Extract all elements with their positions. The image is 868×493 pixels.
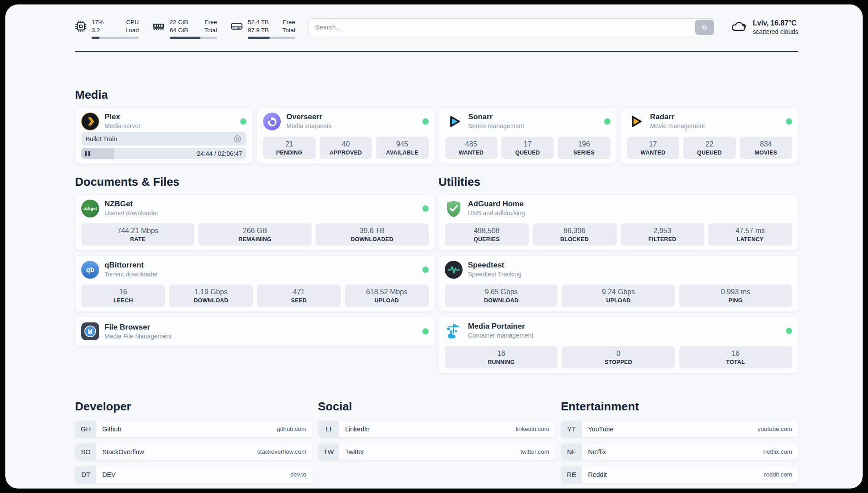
cpu-label-top: CPU (126, 18, 139, 26)
app-card-sonarr[interactable]: Sonarr Series management 485WANTED 17QUE… (439, 107, 617, 164)
bookmark-youtube[interactable]: YT YouTube youtube.com (561, 421, 798, 437)
adguard-icon (445, 200, 463, 217)
app-card-filebrowser[interactable]: File Browser Media File Management (75, 317, 435, 346)
bookmark-url: twitter.com (520, 448, 555, 455)
stat-filtered: 2,953FILTERED (621, 223, 705, 246)
app-name: Overseerr (286, 112, 331, 122)
app-name: Media Portainer (468, 322, 533, 331)
bookmark-abbr: TW (318, 443, 339, 460)
stat-remaining: 266 GBREMAINING (198, 223, 311, 246)
storage-label-bottom: Total (282, 26, 295, 34)
search-bar: G (309, 18, 715, 36)
app-card-qbittorrent[interactable]: qb qBittorrent Torrent downloader 16LEEC… (75, 255, 435, 312)
app-desc: Media server (104, 122, 141, 130)
ram-icon (152, 21, 165, 34)
portainer-icon (445, 322, 463, 340)
bookmark-abbr: GH (75, 421, 96, 437)
status-online-dot (240, 118, 246, 125)
bookmark-stackoverflow[interactable]: SO StackOverflow stackoverflow.com (75, 443, 313, 460)
stat-series: 196SERIES (558, 137, 610, 159)
radarr-icon (627, 113, 645, 130)
cpu-icon (75, 21, 87, 34)
bookmark-github[interactable]: GH Github github.com (75, 421, 313, 437)
pause-icon[interactable] (85, 151, 90, 156)
bookmark-name: Reddit (588, 471, 607, 478)
status-online-dot (422, 205, 429, 212)
disk-icon (230, 21, 243, 34)
bookmark-twitter[interactable]: TW Twitter twitter.com (318, 443, 555, 460)
stat-download: 9.65 GbpsDOWNLOAD (445, 284, 558, 307)
stat-rate: 744.21 MbpsRATE (81, 223, 194, 246)
bookmark-reddit[interactable]: RE Reddit reddit.com (561, 466, 798, 483)
app-desc: DNS and adblocking (468, 209, 525, 217)
cpu-progress-bar (92, 37, 139, 39)
stat-running: 16RUNNING (445, 346, 558, 368)
stat-pending: 21PENDING (263, 137, 315, 159)
memory-free: 22 GiB (170, 18, 188, 26)
app-card-radarr[interactable]: Radarr Movie management 17WANTED 22QUEUE… (621, 107, 798, 164)
bookmark-url: linkedin.com (516, 426, 555, 432)
section-title-utilities: Utilities (438, 175, 798, 188)
storage-stat: 52.4 TBFree 97.9 TBTotal (230, 18, 295, 39)
stat-queued: 22QUEUED (683, 137, 735, 159)
app-card-nzbget[interactable]: nzbget NZBGet Usenet downloader 744.21 M… (75, 194, 435, 251)
storage-progress-bar (248, 37, 295, 39)
app-card-speedtest[interactable]: Speedtest Speedtest Tracking 9.65 GbpsDO… (438, 255, 798, 312)
app-card-plex[interactable]: Plex Media server Bullet Train (75, 107, 253, 164)
overseerr-icon (263, 113, 281, 130)
app-name: qBittorrent (104, 260, 158, 270)
stat-blocked: 86,396BLOCKED (533, 223, 617, 246)
app-name: Sonarr (468, 112, 524, 122)
bookmark-abbr: RE (561, 466, 582, 483)
bookmark-linkedin[interactable]: LI LinkedIn linkedin.com (318, 421, 555, 437)
bookmark-name: YouTube (588, 426, 613, 433)
bookmark-url: github.com (277, 426, 313, 432)
app-card-overseerr[interactable]: Overseerr Media Requests 21PENDING 40APP… (257, 107, 434, 164)
stat-queued: 17QUEUED (501, 137, 554, 159)
filebrowser-icon (81, 322, 99, 340)
section-title-entertainment: Entertainment (561, 400, 798, 413)
nzbget-icon: nzbget (81, 200, 99, 217)
section-title-media: Media (75, 88, 798, 101)
stat-queries: 498,508QUERIES (445, 223, 529, 246)
bookmark-dev[interactable]: DT DEV dev.to (75, 466, 313, 483)
dashboard-canvas: 17%CPU 3.2Load 22 GiBFree 64 GiBTo (5, 4, 863, 489)
memory-label-top: Free (204, 18, 217, 26)
weather-location: Lviv, 16.87°C (753, 18, 798, 28)
stat-available: 945AVAILABLE (376, 137, 428, 159)
bookmark-name: StackOverflow (102, 448, 144, 455)
cpu-stat: 17%CPU 3.2Load (75, 18, 139, 39)
app-desc: Torrent downloader (104, 270, 158, 279)
app-name: Plex (104, 112, 141, 122)
app-name: AdGuard Home (468, 199, 525, 209)
bookmark-url: stackoverflow.com (257, 448, 313, 455)
bookmark-url: reddit.com (764, 471, 798, 478)
app-desc: Container management (468, 331, 533, 340)
status-online-dot (422, 118, 429, 125)
status-online-dot (786, 118, 792, 125)
stat-upload: 618.52 MbpsUPLOAD (345, 284, 429, 307)
section-title-developer: Developer (75, 400, 313, 413)
app-card-adguard[interactable]: AdGuard Home DNS and adblocking 498,508Q… (438, 194, 798, 251)
system-stats: 17%CPU 3.2Load 22 GiBFree 64 GiBTo (75, 18, 295, 39)
app-desc: Usenet downloader (104, 209, 159, 217)
bookmark-url: netflix.com (763, 448, 798, 455)
bookmark-netflix[interactable]: NF Netflix netflix.com (561, 443, 798, 460)
search-input[interactable] (309, 18, 715, 36)
bookmark-abbr: SO (75, 443, 96, 460)
app-card-portainer[interactable]: Media Portainer Container management 16R… (438, 317, 798, 373)
disc-icon[interactable] (233, 134, 242, 143)
bookmark-abbr: YT (561, 421, 582, 437)
app-desc: Media File Management (104, 332, 171, 341)
stat-seed: 471SEED (257, 284, 341, 307)
section-title-documents: Documents & Files (75, 175, 435, 188)
search-engine-button[interactable]: G (695, 20, 714, 35)
stat-upload: 9.24 GbpsUPLOAD (562, 284, 675, 307)
bookmark-name: LinkedIn (345, 426, 370, 433)
app-name: Speedtest (468, 260, 522, 270)
playback-progress[interactable]: 24:44 / 02:06:47 (81, 148, 246, 159)
bookmark-name: Twitter (345, 448, 364, 455)
topbar: 17%CPU 3.2Load 22 GiBFree 64 GiBTo (75, 18, 798, 39)
now-playing-title: Bullet Train (86, 135, 117, 142)
weather-widget: Lviv, 16.87°C scattered clouds (730, 18, 798, 36)
